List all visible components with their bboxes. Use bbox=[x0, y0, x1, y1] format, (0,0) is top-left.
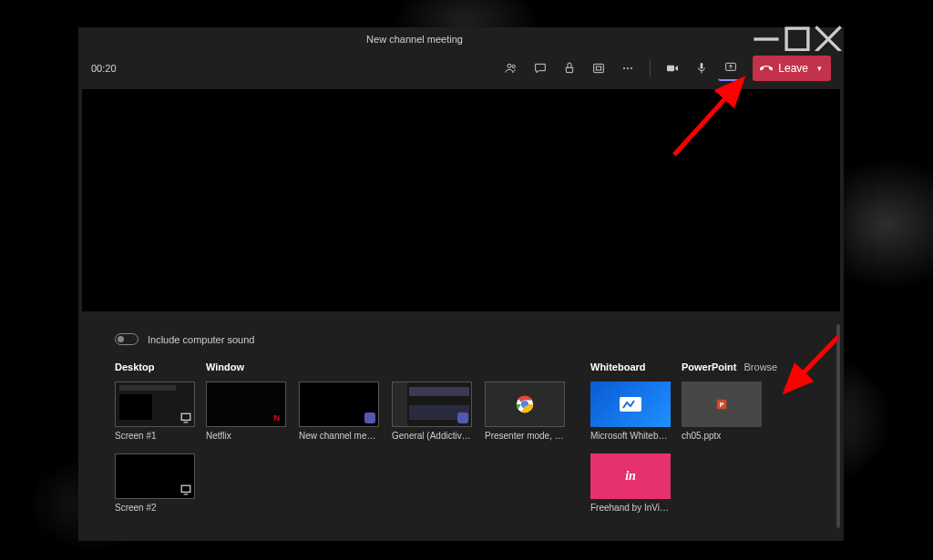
thumb-new-channel[interactable]: New channel meeting | ... bbox=[299, 382, 379, 441]
window-title: New channel meeting bbox=[78, 34, 751, 45]
svg-text:P: P bbox=[720, 402, 724, 408]
include-sound-toggle[interactable] bbox=[115, 333, 138, 345]
svg-point-5 bbox=[512, 65, 515, 67]
svg-rect-15 bbox=[181, 413, 190, 420]
thumb-label: ch05.pptx bbox=[682, 431, 762, 441]
powerpoint-file-icon: P bbox=[715, 398, 728, 411]
chat-icon[interactable] bbox=[528, 56, 553, 81]
include-sound-label: Include computer sound bbox=[148, 334, 254, 345]
svg-point-9 bbox=[627, 67, 629, 69]
thumb-label: Microsoft Whiteboard bbox=[590, 431, 671, 441]
svg-rect-11 bbox=[667, 66, 674, 72]
svg-rect-1 bbox=[786, 28, 808, 50]
maximize-button[interactable] bbox=[782, 27, 813, 51]
thumb-label: Screen #1 bbox=[115, 431, 195, 441]
svg-rect-7 bbox=[597, 66, 601, 70]
window-header: Window bbox=[206, 361, 565, 374]
teams-meeting-window: New channel meeting 00:20 bbox=[78, 27, 844, 541]
thumb-presenter[interactable]: Presenter mode, notes a... bbox=[485, 382, 565, 441]
more-actions-icon[interactable] bbox=[615, 56, 641, 81]
powerpoint-column: PowerPointBrowse P ch05.pptx bbox=[682, 361, 800, 441]
whiteboard-header: Whiteboard bbox=[590, 361, 671, 374]
svg-rect-6 bbox=[594, 64, 604, 72]
thumb-ppt[interactable]: P ch05.pptx bbox=[682, 382, 762, 441]
leave-button[interactable]: Leave ▾ bbox=[753, 56, 831, 81]
browse-link[interactable]: Browse bbox=[744, 361, 778, 372]
svg-rect-23 bbox=[620, 397, 641, 412]
microphone-icon[interactable] bbox=[689, 56, 714, 81]
thumb-label: New channel meeting | ... bbox=[299, 431, 379, 441]
meeting-timer: 00:20 bbox=[91, 63, 117, 74]
svg-rect-17 bbox=[181, 485, 190, 492]
toolbar-divider bbox=[650, 59, 651, 77]
whiteboard-column: Whiteboard Microsoft Whiteboard in Freeh… bbox=[590, 361, 671, 513]
thumb-general[interactable]: General (AddictiveTips - ... bbox=[392, 382, 472, 441]
whiteboard-icon bbox=[618, 395, 643, 413]
share-grid: Desktop Screen #1 Screen #2 bbox=[97, 361, 825, 513]
minimize-button[interactable] bbox=[751, 27, 782, 51]
thumb-screen2[interactable]: Screen #2 bbox=[115, 453, 195, 513]
window-controls bbox=[751, 27, 844, 51]
powerpoint-header: PowerPointBrowse bbox=[682, 361, 800, 374]
invision-icon: in bbox=[625, 469, 636, 484]
titlebar: New channel meeting bbox=[78, 27, 844, 51]
svg-point-10 bbox=[631, 67, 632, 69]
monitor-badge-icon bbox=[180, 412, 191, 423]
desktop-column: Desktop Screen #1 Screen #2 bbox=[115, 361, 195, 513]
camera-icon[interactable] bbox=[660, 56, 685, 81]
svg-point-8 bbox=[623, 67, 625, 69]
monitor-badge-icon bbox=[180, 484, 191, 495]
svg-rect-19 bbox=[364, 412, 375, 423]
close-button[interactable] bbox=[813, 27, 844, 51]
thumb-screen1[interactable]: Screen #1 bbox=[115, 382, 195, 441]
netflix-n-icon: N bbox=[274, 413, 281, 423]
chrome-icon bbox=[515, 394, 535, 414]
teams-badge-icon bbox=[364, 412, 375, 423]
thumb-label: Netflix bbox=[206, 431, 286, 441]
thumb-netflix[interactable]: N Netflix bbox=[206, 382, 286, 441]
leave-label: Leave bbox=[778, 62, 808, 75]
thumb-label: Presenter mode, notes a... bbox=[485, 431, 565, 441]
meeting-toolbar: 00:20 Leave ▾ bbox=[78, 51, 844, 86]
share-tray: Include computer sound Desktop Screen #1 bbox=[78, 311, 844, 541]
video-stage bbox=[82, 89, 840, 311]
window-column: Window N Netflix New channel meeting | .… bbox=[206, 361, 565, 441]
rooms-icon[interactable] bbox=[586, 56, 611, 81]
include-sound-row: Include computer sound bbox=[115, 333, 825, 345]
svg-rect-20 bbox=[457, 412, 468, 423]
teams-badge-icon bbox=[457, 412, 468, 423]
thumb-label: Screen #2 bbox=[115, 503, 195, 513]
thumb-label: Freehand by InVision bbox=[590, 503, 671, 513]
share-screen-icon[interactable] bbox=[718, 56, 743, 81]
chevron-down-icon: ▾ bbox=[817, 64, 822, 73]
svg-point-4 bbox=[508, 64, 511, 67]
thumb-ms-whiteboard[interactable]: Microsoft Whiteboard bbox=[590, 382, 671, 441]
desktop-header: Desktop bbox=[115, 361, 195, 374]
thumb-freehand[interactable]: in Freehand by InVision bbox=[590, 453, 671, 513]
share-scrollbar[interactable] bbox=[836, 324, 840, 528]
participants-icon[interactable] bbox=[498, 56, 524, 81]
svg-rect-12 bbox=[701, 63, 703, 69]
reactions-icon[interactable] bbox=[557, 56, 582, 81]
thumb-label: General (AddictiveTips - ... bbox=[392, 431, 472, 441]
